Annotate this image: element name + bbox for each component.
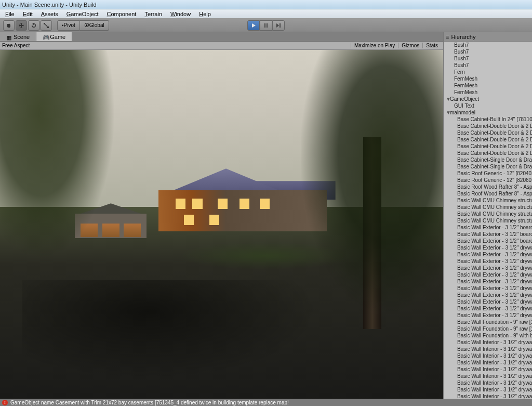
- hierarchy-item[interactable]: Basic Wall Interior - 3 1/2" drywall: [444, 379, 532, 386]
- hierarchy-item[interactable]: Basic Wall Interior - 3 1/2" drywall: [444, 346, 532, 352]
- hierarchy-item[interactable]: Basic Wall Exterior - 3 1/2" drywall: [444, 305, 532, 312]
- hierarchy-item[interactable]: Basic Wall Exterior - 3 1/2" drywall: [444, 312, 532, 319]
- pause-button[interactable]: [260, 20, 272, 31]
- hierarchy-item[interactable]: Basic Wall Interior - 3 1/2" drywall: [444, 352, 532, 359]
- hierarchy-item[interactable]: Basic Wall Exterior - 3 1/2" drywall: [444, 265, 532, 271]
- statusbar[interactable]: ! GameObject name Casement with Trim 21x…: [0, 399, 532, 406]
- fold-icon[interactable]: ▼: [446, 96, 450, 102]
- hierarchy-item[interactable]: ▼GameObject: [444, 96, 532, 102]
- main-panel: ▦Scene 🎮Game Free Aspect Maximize on Pla…: [0, 32, 443, 399]
- hierarchy-item[interactable]: Basic Wall Exterior - 3 1/2" board-: [444, 224, 532, 231]
- hierarchy-item-label: Basic Wall Foundation - 9" raw [139: [457, 319, 532, 325]
- hierarchy-item[interactable]: Base Cabinet-Double Door & 2 Dra: [444, 123, 532, 129]
- menu-window[interactable]: Window: [166, 10, 195, 18]
- step-button[interactable]: [272, 20, 285, 31]
- maximize-toggle[interactable]: Maximize on Play: [351, 43, 398, 48]
- global-button[interactable]: ⦿ Global: [80, 20, 109, 31]
- hierarchy-item[interactable]: FernMesh: [444, 82, 532, 89]
- hierarchy-item-label: Basic Wall CMU Chimney structure: [457, 211, 532, 217]
- hierarchy-item[interactable]: Basic Wall Exterior - 3 1/2" drywall: [444, 285, 532, 292]
- pivot-button[interactable]: ▪ Pivot: [57, 20, 80, 31]
- hierarchy-item[interactable]: Basic Wall Foundation - 9" with boa: [444, 332, 532, 339]
- hierarchy-item[interactable]: Basic Wall Exterior - 3 1/2" drywall: [444, 251, 532, 258]
- move-tool[interactable]: [16, 20, 27, 31]
- hierarchy-item[interactable]: Basic Wall Exterior - 3 1/2" board-: [444, 231, 532, 238]
- hierarchy-item[interactable]: Basic Roof Wood Rafter 8" - Asphal: [444, 184, 532, 190]
- aspect-dropdown[interactable]: Free Aspect: [2, 43, 30, 48]
- hierarchy-item[interactable]: Fern: [444, 69, 532, 75]
- hierarchy-item[interactable]: Basic Wall Foundation - 9" raw [139: [444, 319, 532, 325]
- tab-game[interactable]: 🎮Game: [36, 32, 72, 41]
- hierarchy-item[interactable]: Basic Wall Exterior - 3 1/2" drywall: [444, 292, 532, 298]
- scale-tool[interactable]: [41, 20, 52, 31]
- play-controls: [247, 20, 285, 31]
- hierarchy-item-label: Bush7: [454, 62, 469, 68]
- hierarchy-item[interactable]: Basic Wall Foundation - 9" raw [151: [444, 325, 532, 332]
- menu-file[interactable]: File: [1, 10, 19, 18]
- hierarchy-item[interactable]: Basic Roof Generic - 12" [820601]: [444, 177, 532, 184]
- hierarchy-item[interactable]: Basic Wall CMU Chimney structure: [444, 197, 532, 204]
- hierarchy-item-label: Base Cabinet-Double Door & 2 Dra: [457, 143, 532, 149]
- hierarchy-item[interactable]: Basic Wall Exterior - 3 1/2" drywall: [444, 271, 532, 278]
- hand-tool[interactable]: [3, 20, 15, 31]
- hierarchy-item[interactable]: FernMesh: [444, 89, 532, 96]
- hierarchy-item[interactable]: Bush7: [444, 55, 532, 62]
- hierarchy-item[interactable]: Basic Wall CMU Chimney structure: [444, 217, 532, 224]
- hierarchy-item[interactable]: Base Cabinet-Single Door & Drawer: [444, 156, 532, 163]
- menu-terrain[interactable]: Terrain: [140, 10, 166, 18]
- hierarchy-item[interactable]: Basic Wall Interior - 3 1/2" drywall: [444, 373, 532, 379]
- hierarchy-list[interactable]: Bush7Bush7Bush7Bush7FernFernMeshFernMesh…: [444, 42, 532, 399]
- hierarchy-item[interactable]: Basic Wall Exterior - 3 1/2" drywall: [444, 298, 532, 305]
- hierarchy-title: Hierarchy: [451, 34, 475, 40]
- hierarchy-item[interactable]: Basic Wall Exterior - 3 1/2" drywall: [444, 244, 532, 251]
- hierarchy-item[interactable]: Bush7: [444, 48, 532, 55]
- rotate-tool[interactable]: [28, 20, 39, 31]
- hierarchy-item[interactable]: Basic Wall Exterior - 3 1/2" board-: [444, 238, 532, 244]
- game-viewport[interactable]: [0, 50, 443, 399]
- hierarchy-item[interactable]: FernMesh: [444, 75, 532, 82]
- hierarchy-item-label: Base Cabinet-Single Door & Drawer: [457, 157, 532, 163]
- hierarchy-item[interactable]: Bush7: [444, 42, 532, 48]
- menu-assets[interactable]: Assets: [37, 10, 62, 18]
- hierarchy-header[interactable]: ≡ Hierarchy: [444, 32, 532, 42]
- hierarchy-item[interactable]: Basic Wall Interior - 3 1/2" drywall: [444, 366, 532, 373]
- svg-rect-4: [267, 23, 268, 28]
- fold-icon[interactable]: ▼: [446, 109, 450, 116]
- hierarchy-item[interactable]: Basic Wall Interior - 3 1/2" drywall: [444, 359, 532, 366]
- hierarchy-item[interactable]: Basic Wall Interior - 3 1/2" drywall: [444, 393, 532, 399]
- hierarchy-item[interactable]: Basic Wall Interior - 3 1/2" drywall: [444, 386, 532, 393]
- menu-edit[interactable]: Edit: [19, 10, 37, 18]
- hierarchy-item[interactable]: Base Cabinet-Single Door & Drawer: [444, 163, 532, 170]
- hierarchy-item-label: Basic Wall Interior - 3 1/2" drywall: [457, 360, 532, 365]
- view-tabs: ▦Scene 🎮Game: [0, 32, 443, 42]
- hierarchy-item-label: Basic Wall Exterior - 3 1/2" drywall: [457, 292, 532, 298]
- hierarchy-item-label: Basic Wall Exterior - 3 1/2" drywall: [457, 272, 532, 278]
- hierarchy-item[interactable]: Basic Wall CMU Chimney structure: [444, 211, 532, 217]
- hierarchy-item[interactable]: Basic Wall Exterior - 3 1/2" drywall: [444, 258, 532, 265]
- gizmos-toggle[interactable]: Gizmos: [398, 43, 422, 48]
- hierarchy-item[interactable]: Basic Roof Generic - 12" [820402]: [444, 170, 532, 177]
- menu-gameobject[interactable]: GameObject: [62, 10, 103, 18]
- hierarchy-item-label: Base Cabinet-Built In 24" [781102]: [457, 116, 532, 122]
- hierarchy-item[interactable]: Basic Wall CMU Chimney structure: [444, 204, 532, 211]
- svg-rect-5: [280, 23, 281, 28]
- hierarchy-item[interactable]: Bush7: [444, 62, 532, 69]
- scene-house: [142, 168, 310, 231]
- hierarchy-item[interactable]: Basic Wall Exterior - 3 1/2" drywall: [444, 278, 532, 285]
- hierarchy-item-label: Basic Wall CMU Chimney structure: [457, 204, 532, 210]
- menu-help[interactable]: Help: [195, 10, 215, 18]
- hierarchy-item[interactable]: Base Cabinet-Double Door & 2 Dra: [444, 143, 532, 150]
- hierarchy-item[interactable]: Base Cabinet-Double Door & 2 Dra: [444, 136, 532, 143]
- hierarchy-item[interactable]: Base Cabinet-Built In 24" [781102]: [444, 116, 532, 123]
- hierarchy-item[interactable]: Base Cabinet-Double Door & 2 Dra: [444, 129, 532, 136]
- hierarchy-item[interactable]: Basic Wall Interior - 3 1/2" drywall: [444, 339, 532, 346]
- hierarchy-item[interactable]: Basic Roof Wood Rafter 8" - Asphal: [444, 190, 532, 197]
- play-button[interactable]: [247, 20, 260, 31]
- hierarchy-item[interactable]: Base Cabinet-Double Door & 2 Dra: [444, 150, 532, 156]
- menu-component[interactable]: Component: [103, 10, 141, 18]
- hierarchy-item[interactable]: GUI Text: [444, 102, 532, 109]
- hierarchy-item[interactable]: ▼mainmodel: [444, 109, 532, 116]
- stats-toggle[interactable]: Stats: [422, 43, 441, 48]
- hierarchy-item-label: mainmodel: [450, 110, 475, 115]
- tab-scene[interactable]: ▦Scene: [0, 32, 36, 41]
